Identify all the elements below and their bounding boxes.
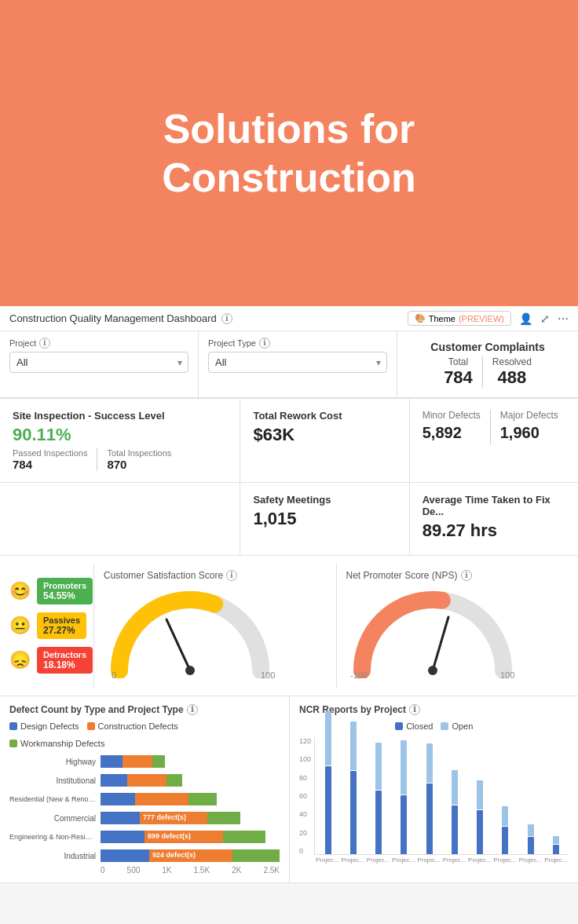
ncr-bar-group-6 bbox=[469, 780, 492, 854]
passed-inspections: Passed Inspections 784 bbox=[13, 448, 97, 471]
ncr-x-label-8: Projec... bbox=[519, 856, 542, 864]
expand-icon[interactable]: ⤢ bbox=[540, 312, 550, 325]
svg-text:100: 100 bbox=[500, 670, 514, 678]
svg-point-6 bbox=[428, 666, 437, 675]
site-inspection-title: Site Inspection - Success Level bbox=[13, 410, 227, 422]
dashboard-title-area: Construction Quality Management Dashboar… bbox=[9, 312, 232, 324]
filters-row: Project ℹ All Project Type ℹ All Custome… bbox=[0, 331, 578, 398]
project-filter-info[interactable]: ℹ bbox=[39, 338, 50, 349]
legend-closed: Closed bbox=[395, 721, 433, 731]
defect-chart-info[interactable]: ℹ bbox=[187, 704, 198, 715]
csat-info-icon[interactable]: ℹ bbox=[226, 570, 237, 581]
ncr-bar-group-0 bbox=[316, 711, 339, 854]
ncr-bar-group-9 bbox=[544, 836, 567, 854]
legend-construction-label: Construction Defects bbox=[98, 721, 178, 731]
major-defects: Major Defects 1,960 bbox=[490, 410, 558, 445]
avg-time-card: Average Time Taken to Fix De... 89.27 hr… bbox=[410, 483, 578, 555]
site-inspection-sub: Passed Inspections 784 Total Inspections… bbox=[13, 448, 227, 471]
legend-design-defects: Design Defects bbox=[9, 721, 79, 731]
ncr-x-label-9: Projec... bbox=[544, 856, 567, 864]
project-filter-wrapper: All bbox=[9, 352, 188, 373]
hbar-residential: Residential (New & Renovations) bbox=[9, 792, 280, 806]
project-filter-select[interactable]: All bbox=[9, 352, 188, 373]
hero-section: Solutions for Construction bbox=[0, 0, 578, 306]
rework-cost-title: Total Rework Cost bbox=[253, 410, 396, 422]
complaints-table: Total 784 Resolved 488 bbox=[410, 356, 565, 388]
nps-info-icon[interactable]: ℹ bbox=[461, 570, 472, 581]
ncr-x-label-7: Projec... bbox=[493, 856, 516, 864]
ncr-bar-group-2 bbox=[368, 743, 390, 854]
ncr-x-labels: Projec... Projec... Projec... Projec... … bbox=[314, 855, 569, 864]
project-filter-label: Project ℹ bbox=[9, 338, 188, 349]
theme-button[interactable]: 🎨 Theme (PREVIEW) bbox=[408, 311, 511, 326]
ncr-x-label-4: Projec... bbox=[417, 856, 440, 864]
minor-defects: Minor Defects 5,892 bbox=[423, 410, 481, 445]
csat-title: Customer Satisfaction Score ℹ bbox=[104, 570, 327, 581]
more-icon[interactable]: ⋯ bbox=[558, 312, 569, 325]
share-icon[interactable]: 👤 bbox=[519, 312, 532, 325]
svg-point-1 bbox=[185, 666, 195, 675]
legend-design-label: Design Defects bbox=[20, 721, 79, 731]
ncr-chart-panel: NCR Reports by Project ℹ Closed Open 0 2… bbox=[290, 696, 578, 882]
legend-workmanship-defects: Workmanship Defects bbox=[9, 739, 104, 748]
project-type-filter-info[interactable]: ℹ bbox=[259, 338, 270, 349]
ncr-bar-group-5 bbox=[443, 770, 466, 854]
defect-chart-panel: Defect Count by Type and Project Type ℹ … bbox=[0, 696, 290, 882]
hbar-commercial: Commercial 777 defect(s) bbox=[9, 811, 280, 825]
ncr-bars bbox=[314, 737, 569, 855]
promoters-badge: Promoters 54.55% bbox=[37, 578, 93, 604]
svg-line-0 bbox=[166, 619, 190, 670]
ncr-bar-group-4 bbox=[418, 743, 441, 854]
hbar-engineering: Engineering & Non-Residential 899 defect… bbox=[9, 830, 280, 844]
csat-gauge-svg: 0 100 61.00% bbox=[104, 584, 276, 678]
passives-item: 😐 Passives 27.27% bbox=[9, 612, 84, 639]
complaints-title: Customer Complaints bbox=[410, 341, 565, 353]
site-inspection-card: Site Inspection - Success Level 90.11% P… bbox=[0, 399, 240, 482]
ncr-chart-area: 0 20 40 60 80 100 120 bbox=[299, 737, 569, 864]
safety-meetings-value: 1,015 bbox=[253, 509, 396, 529]
complaints-total-col: Total 784 bbox=[434, 356, 483, 388]
svg-text:-100: -100 bbox=[350, 670, 368, 678]
svg-text:100: 100 bbox=[261, 670, 275, 678]
nps-section: 😊 Promoters 54.55% 😐 Passives 27.27% 😞 D… bbox=[0, 556, 578, 696]
ncr-chart-info[interactable]: ℹ bbox=[409, 704, 420, 715]
ncr-y-axis: 0 20 40 60 80 100 120 bbox=[299, 737, 314, 855]
hbar-institutional: Institutional bbox=[9, 773, 280, 787]
ncr-bar-group-8 bbox=[519, 824, 542, 854]
legend-open: Open bbox=[441, 721, 473, 731]
defect-hbar-chart: Highway Institutional bbox=[9, 754, 280, 863]
nps-gauge-svg: -100 100 36.36% bbox=[346, 584, 519, 678]
project-type-filter-select[interactable]: All bbox=[208, 352, 387, 373]
safety-meetings-title: Safety Meetings bbox=[253, 494, 396, 506]
svg-text:0: 0 bbox=[112, 670, 116, 678]
legend-construction-defects: Construction Defects bbox=[87, 721, 178, 731]
kpi-row-2: Safety Meetings 1,015 Average Time Taken… bbox=[0, 483, 578, 556]
defect-x-axis: 05001K1.5K2K2.5K bbox=[101, 866, 280, 875]
rework-cost-value: $63K bbox=[253, 425, 396, 445]
dashboard-toolbar: 🎨 Theme (PREVIEW) 👤 ⤢ ⋯ bbox=[408, 311, 569, 326]
dashboard: Construction Quality Management Dashboar… bbox=[0, 306, 578, 883]
project-type-filter-wrapper: All bbox=[208, 352, 387, 373]
complaints-total-label: Total bbox=[444, 356, 473, 367]
complaints-total-value: 784 bbox=[444, 367, 473, 388]
spacer-card bbox=[0, 483, 240, 555]
ncr-x-label-6: Projec... bbox=[468, 856, 491, 864]
complaints-resolved-value: 488 bbox=[492, 367, 532, 388]
defect-chart-legend: Design Defects Construction Defects Work… bbox=[9, 721, 280, 748]
nps-left-panel: 😊 Promoters 54.55% 😐 Passives 27.27% 😞 D… bbox=[0, 564, 94, 688]
legend-workmanship-label: Workmanship Defects bbox=[20, 739, 104, 748]
defects-inner: Minor Defects 5,892 Major Defects 1,960 bbox=[423, 410, 565, 445]
ncr-x-label-2: Projec... bbox=[367, 856, 390, 864]
passives-badge: Passives 27.27% bbox=[37, 612, 86, 639]
detractors-emoji: 😞 bbox=[9, 650, 31, 670]
ncr-chart-legend: Closed Open bbox=[299, 721, 569, 731]
passives-emoji: 😐 bbox=[9, 615, 31, 636]
dashboard-info-icon[interactable]: ℹ bbox=[221, 313, 232, 324]
dashboard-title: Construction Quality Management Dashboar… bbox=[9, 312, 217, 324]
defects-card: Minor Defects 5,892 Major Defects 1,960 bbox=[410, 399, 578, 482]
site-inspection-value: 90.11% bbox=[13, 425, 227, 445]
safety-meetings-card: Safety Meetings 1,015 bbox=[240, 483, 409, 555]
ncr-x-label-5: Projec... bbox=[443, 856, 466, 864]
complaints-resolved-col: Resolved 488 bbox=[483, 356, 541, 388]
promoters-emoji: 😊 bbox=[9, 581, 31, 601]
